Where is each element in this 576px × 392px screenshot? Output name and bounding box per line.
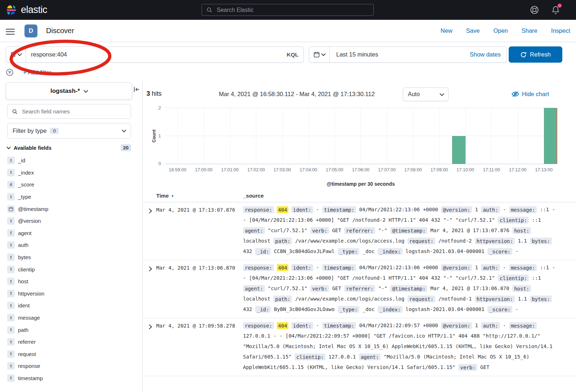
- add-filter-button[interactable]: + Add filter: [23, 69, 51, 76]
- field-value: logstash-2021.03.04-000001: [406, 248, 485, 254]
- histogram-bar[interactable]: [452, 136, 465, 164]
- vertical-gridline: [518, 108, 518, 164]
- table-row: Mar 4, 2021 @ 17:09:58.278response: 404 …: [143, 318, 576, 376]
- space-avatar[interactable]: D: [24, 24, 37, 37]
- field-item-request[interactable]: trequest: [7, 348, 135, 360]
- refresh-icon: [520, 51, 527, 58]
- field-value: "curl/7.52.1": [268, 227, 307, 233]
- query-language-button[interactable]: KQL: [282, 51, 303, 58]
- field-badge: agent:: [359, 353, 381, 360]
- field-item-agent[interactable]: tagent: [7, 227, 135, 239]
- number-field-icon: #: [7, 181, 15, 188]
- vertical-gridline: [256, 108, 256, 164]
- field-badge: response:: [243, 264, 274, 271]
- field-badge: clientip:: [498, 217, 529, 224]
- field-item-_id[interactable]: t_id: [7, 154, 135, 167]
- global-search-input[interactable]: [216, 6, 369, 14]
- field-badge: bytes:: [530, 238, 552, 244]
- notifications-icon[interactable]: [551, 5, 560, 14]
- hits-count: 3 hits: [147, 90, 162, 98]
- field-item-@version[interactable]: t@version: [7, 215, 135, 227]
- field-item-path[interactable]: tpath: [7, 324, 135, 336]
- table-row: Mar 4, 2021 @ 17:13:07.876response: 404 …: [143, 202, 576, 260]
- field-item-host[interactable]: thost: [7, 275, 135, 288]
- field-badge: response:: [243, 206, 274, 213]
- global-search[interactable]: [202, 4, 374, 16]
- field-value: -: [503, 207, 506, 212]
- interval-select[interactable]: Auto: [403, 87, 449, 101]
- field-item-ident[interactable]: tident: [7, 299, 135, 312]
- elastic-home-link[interactable]: elastic: [5, 0, 47, 20]
- string-field-icon: t: [7, 169, 15, 176]
- field-value: -: [316, 207, 319, 212]
- field-item-_type[interactable]: t_type: [7, 191, 135, 203]
- chevron-down-icon: [17, 51, 22, 56]
- query-bar: KQL: [6, 46, 304, 63]
- field-item-referrer[interactable]: treferrer: [7, 336, 135, 348]
- doc-source: response: 404 ident: - timestamp: 04/Mar…: [243, 262, 556, 315]
- doc-timestamp: Mar 4, 2021 @ 17:13:07.876: [156, 207, 235, 213]
- expand-row-icon[interactable]: [147, 324, 152, 329]
- field-item-httpversion[interactable]: thttpversion: [7, 288, 135, 300]
- field-value: /var/www/example.com/logs/access.log: [295, 238, 404, 244]
- field-badge: verb:: [458, 364, 477, 371]
- collapse-sidebar-icon[interactable]: [133, 86, 140, 94]
- help-icon[interactable]: [530, 5, 539, 14]
- x-axis-tick: 17:08:00: [404, 167, 422, 172]
- field-item-bytes[interactable]: tbytes: [7, 251, 135, 263]
- field-item-clientip[interactable]: tclientip: [7, 263, 135, 275]
- filter-icon[interactable]: [6, 68, 14, 76]
- string-field-icon: t: [7, 338, 15, 346]
- field-item-response[interactable]: tresponse: [7, 360, 135, 372]
- query-input[interactable]: [26, 51, 282, 58]
- menu-icon[interactable]: [6, 27, 15, 36]
- eye-closed-icon: [512, 90, 519, 98]
- share-button[interactable]: Share: [522, 27, 537, 34]
- inspect-button[interactable]: Inspect: [551, 27, 570, 34]
- time-range-value[interactable]: Last 15 minutes: [330, 51, 378, 58]
- doc-rows: Mar 4, 2021 @ 17:13:07.876response: 404 …: [143, 202, 576, 376]
- date-quick-select-button[interactable]: [309, 47, 330, 62]
- field-item-@timestamp[interactable]: @timestamp: [7, 203, 135, 215]
- field-value: _doc: [363, 248, 375, 254]
- field-value: /notfound-1: [438, 296, 472, 302]
- hits-number: 3: [147, 90, 150, 97]
- field-badge: path:: [273, 296, 292, 302]
- field-name: auth: [18, 242, 28, 248]
- field-item-timestamp[interactable]: ttimestamp: [7, 372, 135, 384]
- field-item-_index[interactable]: t_index: [7, 167, 135, 179]
- new-button[interactable]: New: [441, 27, 453, 34]
- show-dates-link[interactable]: Show dates: [470, 51, 507, 58]
- field-badge: ident:: [291, 322, 313, 329]
- field-badge: timestamp:: [322, 322, 356, 329]
- expand-row-icon[interactable]: [147, 266, 152, 271]
- field-item-_score[interactable]: #_score: [7, 179, 135, 191]
- field-value: -: [316, 265, 319, 270]
- field-search[interactable]: [7, 104, 131, 119]
- save-button[interactable]: Save: [466, 27, 480, 34]
- top-navigation-bar: elastic: [0, 0, 576, 20]
- expand-row-icon[interactable]: [147, 208, 152, 213]
- saved-query-menu-button[interactable]: [6, 47, 26, 62]
- search-icon: [12, 109, 18, 114]
- available-fields-header[interactable]: Available fields 20: [7, 144, 131, 151]
- open-button[interactable]: Open: [493, 27, 508, 34]
- field-badge: message:: [509, 322, 537, 329]
- table-header: Time ▼ _source: [143, 192, 576, 202]
- hide-chart-button[interactable]: Hide chart: [512, 90, 549, 98]
- index-pattern-select[interactable]: logstash-*: [6, 82, 132, 100]
- field-value: localhost: [243, 296, 270, 302]
- field-value: 1.1: [518, 296, 527, 302]
- field-badge: referrer:: [344, 227, 375, 234]
- field-value: ByBN_3cB04dGovJLOawo: [274, 306, 335, 312]
- field-item-auth[interactable]: tauth: [7, 239, 135, 251]
- histogram-bar[interactable]: [544, 108, 557, 164]
- filter-by-type-dropdown[interactable]: Filter by type 0: [7, 123, 131, 139]
- field-item-message[interactable]: tmessage: [7, 312, 135, 324]
- field-badge: agent:: [243, 285, 265, 292]
- field-search-input[interactable]: [21, 108, 126, 115]
- refresh-button[interactable]: Refresh: [509, 46, 562, 63]
- calendar-icon: [314, 51, 320, 58]
- time-column-header[interactable]: Time ▼: [156, 193, 174, 199]
- vertical-gridline: [491, 108, 492, 164]
